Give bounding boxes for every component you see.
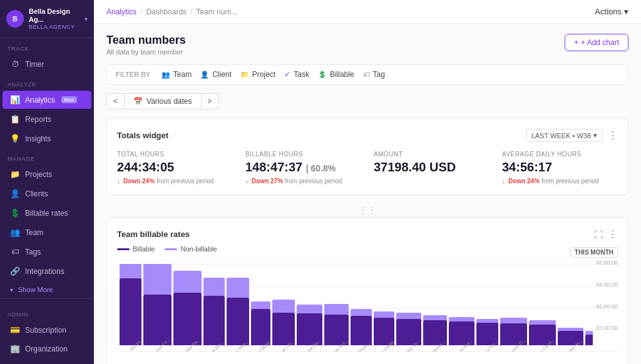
bar-billable xyxy=(585,335,593,345)
bar-group[interactable]: Cary Norr... xyxy=(227,264,249,351)
bar-group[interactable]: Annette Ha... xyxy=(558,264,583,351)
nonbillable-legend-label: Non-billable xyxy=(180,245,217,253)
sidebar-item-projects[interactable]: 📁 Projects xyxy=(3,165,91,183)
widget-header: Totals widget LAST WEEK • W38 ▾ ⋮ xyxy=(117,129,618,142)
sidebar-item-tags[interactable]: 🏷 Tags xyxy=(3,243,91,261)
widget-more-icon[interactable]: ⋮ xyxy=(608,129,618,141)
filter-client[interactable]: 👤 Client xyxy=(200,70,232,79)
chart-more-icon[interactable]: ⋮ xyxy=(608,228,618,240)
clients-label: Clients xyxy=(25,190,48,198)
date-next-button[interactable]: > xyxy=(202,93,219,109)
bar-group[interactable]: Red Miller xyxy=(251,264,271,351)
beta-badge: Beta xyxy=(61,96,76,103)
bar-group[interactable]: Cameron Po... xyxy=(143,264,172,351)
period-label: LAST WEEK • W38 xyxy=(531,132,591,139)
sidebar-item-team[interactable]: 👥 Team xyxy=(3,223,91,241)
filter-client-label: Client xyxy=(212,70,232,79)
bar-group[interactable]: Jenny Cann... xyxy=(529,264,556,351)
sidebar-item-billable-rates[interactable]: 💲 Billable rates xyxy=(3,204,91,222)
total-avg-label: AVERAGE DAILY HOURS xyxy=(502,151,618,158)
breadcrumb: Analytics / Dashboards / Team num... xyxy=(106,8,237,16)
billable-rates-icon: 💲 xyxy=(10,208,20,218)
bar-group[interactable]: Catherine ... xyxy=(423,264,447,351)
filter-project-label: Project xyxy=(252,70,275,79)
agency-sub: BELLA AGENCY xyxy=(29,24,79,30)
bar-group[interactable]: Laurel Hed... xyxy=(449,264,474,351)
sidebar-item-organization[interactable]: 🏢 Organization xyxy=(3,340,91,358)
bar-group[interactable]: Little Bro... xyxy=(203,264,224,351)
chart-card: Team billable rates ⛶ ⋮ Billable Non-bil… xyxy=(106,218,628,364)
filter-project[interactable]: 📁 Project xyxy=(240,70,275,79)
bar-group[interactable]: Stanley Co... xyxy=(396,264,421,351)
bar-group[interactable]: Balthsar ... xyxy=(351,264,371,351)
filter-team[interactable]: 👥 Team xyxy=(162,70,192,79)
topbar: Analytics / Dashboards / Team num... Act… xyxy=(94,0,641,24)
bar-nonbillable xyxy=(143,264,172,295)
bar-group[interactable]: Sarah Litt... xyxy=(272,264,295,351)
actions-button[interactable]: Actions ▾ xyxy=(595,7,628,16)
sidebar-item-insights[interactable]: 💡 Insights xyxy=(3,129,91,148)
sidebar-item-clients[interactable]: 👤 Clients xyxy=(3,185,91,203)
billable-legend-label: Billable xyxy=(133,245,155,253)
insights-label: Insights xyxy=(25,134,51,143)
period-selector[interactable]: LAST WEEK • W38 ▾ xyxy=(526,129,603,142)
bar-group[interactable]: Vincent Dw... xyxy=(297,264,322,351)
totals-widget: Totals widget LAST WEEK • W38 ▾ ⋮ TOTAL … xyxy=(106,118,628,195)
add-chart-button[interactable]: + + Add chart xyxy=(565,34,628,51)
timer-label: Timer xyxy=(25,60,44,69)
bar-group[interactable]: Lori Daulid xyxy=(374,264,394,351)
breadcrumb-dashboards[interactable]: Dashboards xyxy=(146,8,187,16)
sidebar-show-more[interactable]: ▾ Show More xyxy=(3,281,91,298)
total-avg-down-pct: Down 24% xyxy=(508,178,540,185)
chevron-down-icon: ▾ xyxy=(10,286,13,293)
this-month-badge: THIS MONTH xyxy=(570,247,618,258)
date-label: 📅 Various dates xyxy=(124,93,202,109)
bar-group[interactable]: May Munro xyxy=(120,264,141,351)
total-hours-down-pct: Down 24% xyxy=(123,178,155,185)
drag-handle[interactable]: ⋮⋮ xyxy=(106,203,628,218)
bar-nonbillable xyxy=(120,264,141,278)
bar-nonbillable xyxy=(558,328,583,331)
sidebar-item-integrations[interactable]: 🔗 Integrations xyxy=(3,262,91,280)
widget-title: Totals widget xyxy=(117,131,168,140)
sidebar-collapse-icon[interactable]: ▾ xyxy=(85,16,88,23)
nonbillable-legend-dot xyxy=(165,248,177,250)
filter-task[interactable]: ✓ Task xyxy=(284,70,309,79)
expand-icon[interactable]: ⛶ xyxy=(594,230,603,240)
total-avg-daily: AVERAGE DAILY HOURS 34:56:17 ↓ Down 24% … xyxy=(502,151,618,185)
date-prev-button[interactable]: < xyxy=(106,93,124,109)
filter-billable[interactable]: 💲 Billable xyxy=(318,70,354,79)
bar-group[interactable]: Tracy Flic... xyxy=(476,264,499,351)
page-title-block: Team numbers All data by team member xyxy=(106,34,186,56)
chart-title: Team billable rates xyxy=(117,230,190,239)
bar-group[interactable]: Elle Woods xyxy=(585,264,593,351)
bar-group[interactable]: Benjamin O... xyxy=(500,264,526,351)
sidebar-item-subscription[interactable]: 💳 Subscription xyxy=(3,321,91,339)
tags-icon: 🏷 xyxy=(10,247,20,256)
sidebar-item-settings[interactable]: ⚙ Settings xyxy=(3,358,91,364)
integrations-icon: 🔗 xyxy=(10,266,20,276)
total-hours-down-text: from previous period xyxy=(156,178,213,185)
sidebar-header[interactable]: B Bella Design Ag... BELLA AGENCY ▾ xyxy=(0,0,94,38)
breadcrumb-analytics[interactable]: Analytics xyxy=(106,8,136,16)
filter-bar: FILTER BY 👥 Team 👤 Client 📁 Project ✓ Ta… xyxy=(106,64,628,84)
grid-label-2: 69:00:00 xyxy=(596,281,618,288)
project-filter-icon: 📁 xyxy=(240,71,249,79)
analytics-label: Analytics xyxy=(25,96,55,104)
content-area: Team numbers All data by team member + +… xyxy=(94,24,641,364)
total-billable-label: BILLABLE HOURS xyxy=(245,151,361,158)
sidebar-item-timer[interactable]: ⏱ Timer xyxy=(3,55,91,73)
billable-rates-label: Billable rates xyxy=(25,209,68,218)
total-avg-down-text: from previous period xyxy=(541,178,598,185)
bar-nonbillable xyxy=(173,271,202,293)
add-chart-label: + Add chart xyxy=(581,38,619,47)
sidebar-item-reports[interactable]: 📋 Reports xyxy=(3,110,91,128)
timer-icon: ⏱ xyxy=(10,59,20,69)
bar-group[interactable]: Ginger Rot... xyxy=(324,264,349,351)
bar-group[interactable]: Memphis Ra... xyxy=(173,264,202,351)
filter-tag[interactable]: 🏷 Tag xyxy=(363,70,385,79)
admin-section-label: ADMIN xyxy=(0,304,94,320)
sidebar-item-analytics[interactable]: 📊 Analytics Beta xyxy=(3,91,91,109)
legend-nonbillable: Non-billable xyxy=(165,245,217,253)
down-arrow-billable-icon: ↓ xyxy=(245,178,249,185)
